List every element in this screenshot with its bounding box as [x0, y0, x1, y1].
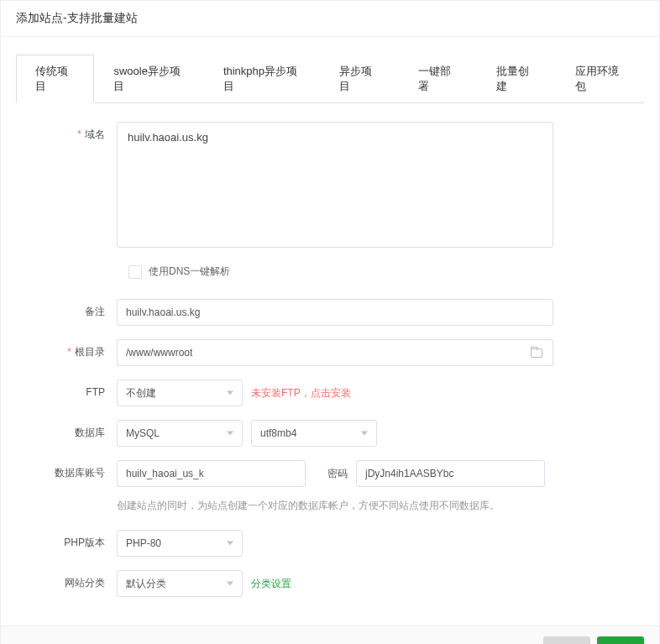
label-root: *根目录	[16, 339, 117, 364]
tab-traditional[interactable]: 传统项目	[16, 55, 94, 103]
label-db-account: 数据库账号	[16, 460, 117, 485]
dns-checkbox[interactable]	[128, 265, 142, 279]
row-dns: 使用DNS一键解析	[16, 264, 644, 279]
tab-batch[interactable]: 批量创建	[477, 55, 555, 103]
tab-async[interactable]: 异步项目	[320, 55, 398, 103]
root-input[interactable]	[117, 339, 520, 366]
db-user-input[interactable]	[117, 460, 306, 487]
row-php: PHP版本 PHP-80	[16, 530, 644, 557]
dialog-title: 添加站点-支持批量建站	[1, 1, 659, 37]
db-password-input[interactable]	[356, 460, 545, 487]
folder-icon	[531, 348, 542, 358]
dns-checkbox-label: 使用DNS一键解析	[149, 264, 230, 279]
row-root: *根目录	[16, 339, 644, 366]
label-domain: *域名	[16, 122, 117, 147]
row-db-hint: 创建站点的同时，为站点创建一个对应的数据库帐户，方便不同站点使用不同数据库。	[16, 492, 644, 513]
row-ftp: FTP 不创建 未安装FTP，点击安装	[16, 380, 644, 406]
tab-thinkphp[interactable]: thinkphp异步项目	[204, 55, 320, 103]
label-php: PHP版本	[16, 530, 117, 555]
tabs: 传统项目 swoole异步项目 thinkphp异步项目 异步项目 一键部署 批…	[16, 54, 644, 103]
php-select[interactable]: PHP-80	[117, 530, 243, 557]
root-browse-button[interactable]	[520, 339, 553, 366]
row-remark: 备注	[16, 299, 644, 326]
ftp-select[interactable]: 不创建	[117, 380, 243, 406]
tab-deploy[interactable]: 一键部署	[399, 55, 477, 103]
db-type-select[interactable]: MySQL	[117, 420, 243, 447]
row-db-account: 数据库账号 密码	[16, 460, 644, 487]
cancel-button[interactable]: 取消	[543, 636, 590, 644]
ftp-hint[interactable]: 未安装FTP，点击安装	[251, 386, 351, 401]
add-site-dialog: 添加站点-支持批量建站 传统项目 swoole异步项目 thinkphp异步项目…	[0, 0, 660, 644]
row-domain: *域名 huilv.haoai.us.kg	[16, 122, 644, 248]
category-settings-link[interactable]: 分类设置	[251, 577, 291, 591]
label-category: 网站分类	[16, 570, 117, 595]
tab-env[interactable]: 应用环境包	[556, 55, 644, 103]
label-db: 数据库	[16, 420, 117, 445]
tab-swoole[interactable]: swoole异步项目	[94, 55, 203, 103]
remark-input[interactable]	[117, 299, 553, 326]
label-db-password: 密码	[306, 467, 356, 481]
confirm-button[interactable]: 确定	[597, 636, 644, 644]
db-charset-select[interactable]: utf8mb4	[251, 420, 377, 447]
label-ftp: FTP	[16, 380, 117, 405]
row-db: 数据库 MySQL utf8mb4	[16, 420, 644, 447]
domain-textarea[interactable]: huilv.haoai.us.kg	[117, 122, 553, 248]
db-hint: 创建站点的同时，为站点创建一个对应的数据库帐户，方便不同站点使用不同数据库。	[117, 499, 500, 513]
category-select[interactable]: 默认分类	[117, 570, 243, 597]
dialog-footer: 取消 确定	[1, 626, 659, 644]
label-remark: 备注	[16, 299, 117, 324]
dialog-body: 传统项目 swoole异步项目 thinkphp异步项目 异步项目 一键部署 批…	[1, 37, 659, 626]
row-category: 网站分类 默认分类 分类设置	[16, 570, 644, 597]
